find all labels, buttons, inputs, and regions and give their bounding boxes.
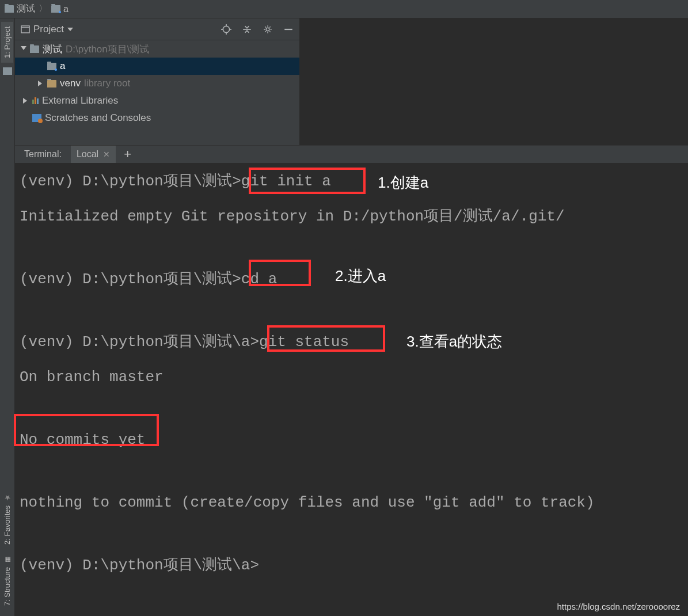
terminal-line: (venv) D:\python项目\测试\a> <box>20 554 683 577</box>
project-view-selector[interactable]: Project <box>21 24 73 35</box>
svg-point-2 <box>223 26 229 32</box>
terminal-line: Initialized empty Git repository in D:/p… <box>20 206 683 228</box>
gear-icon[interactable] <box>263 24 273 35</box>
project-panel: Project 测试 D:\python项目\ <box>15 18 299 145</box>
tree-folder-a[interactable]: a <box>15 58 299 75</box>
project-tree: 测试 D:\python项目\测试 a venv library root <box>15 40 299 145</box>
terminal-line: nothing to commit (create/copy files and… <box>20 492 683 514</box>
terminal-title: Terminal: <box>15 146 71 163</box>
minimize-icon[interactable] <box>283 24 294 35</box>
terminal-tab-local[interactable]: Local ✕ <box>71 146 116 163</box>
breadcrumb: 测试 〉 a <box>0 0 688 18</box>
tree-root[interactable]: 测试 D:\python项目\测试 <box>15 40 299 58</box>
chevron-down-icon <box>67 28 73 31</box>
terminal-line: No commits yet <box>20 429 683 451</box>
terminal-line: (venv) D:\python项目\测试>git init a <box>20 170 683 193</box>
editor-area <box>299 18 688 145</box>
libraries-icon <box>32 97 39 104</box>
folder-icon[interactable] <box>3 67 12 75</box>
window-icon <box>21 25 30 34</box>
left-gutter: 1: Project 2: Favorites★ 7: Structure▦ <box>0 18 15 616</box>
collapse-icon[interactable] <box>242 24 252 35</box>
scratches-icon <box>32 114 41 122</box>
breadcrumb-root[interactable]: 测试 <box>5 3 35 15</box>
terminal-output[interactable]: (venv) D:\python项目\测试>git init a Initial… <box>15 163 688 616</box>
tree-venv[interactable]: venv library root <box>15 75 299 92</box>
tree-ext-libs[interactable]: External Libraries <box>15 92 299 109</box>
breadcrumb-child[interactable]: a <box>51 4 69 14</box>
tree-scratches[interactable]: Scratches and Consoles <box>15 109 299 127</box>
annotation: 2.进入a <box>335 265 386 287</box>
terminal-line: On branch master <box>20 366 683 389</box>
annotation: 1.创建a <box>378 172 428 194</box>
target-icon[interactable] <box>221 24 231 35</box>
close-icon[interactable]: ✕ <box>103 150 110 159</box>
watermark: https://blog.csdn.net/zeroooorez <box>557 602 680 611</box>
gutter-tab-favorites[interactable]: 2: Favorites★ <box>1 489 13 549</box>
terminal-add-tab[interactable]: + <box>116 147 139 162</box>
terminal-panel: Terminal: Local ✕ + (venv) D:\python项目\测… <box>15 145 688 616</box>
gutter-tab-structure[interactable]: 7: Structure▦ <box>1 552 13 610</box>
svg-rect-0 <box>21 26 29 33</box>
annotation: 3.查看a的状态 <box>406 330 502 353</box>
gutter-tab-project[interactable]: 1: Project <box>1 22 13 63</box>
breadcrumb-separator: 〉 <box>39 3 48 15</box>
svg-point-8 <box>266 28 269 31</box>
terminal-line: (venv) D:\python项目\测试\a>git status <box>20 331 683 353</box>
